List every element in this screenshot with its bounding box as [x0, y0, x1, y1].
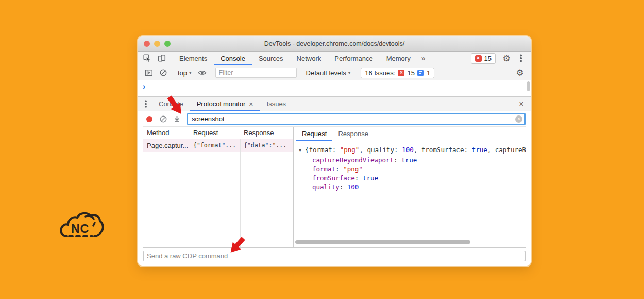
object-property: captureBeyondViewport: true — [299, 156, 526, 165]
record-icon — [146, 116, 152, 122]
issues-label: 16 Issues: — [365, 69, 395, 77]
window-titlebar: DevTools - developer.chrome.com/docs/dev… — [138, 36, 531, 52]
toggle-device-toolbar-button[interactable] — [155, 52, 169, 65]
filter-input[interactable] — [215, 68, 297, 78]
zoom-window-button[interactable] — [164, 41, 171, 47]
clear-console-button[interactable] — [156, 69, 171, 77]
log-levels-dropdown[interactable]: Default levels ▾ — [302, 69, 354, 77]
protocol-monitor-content: Method Request Response Page.captur... {… — [143, 126, 526, 247]
protocol-monitor-panel: × Method Request Response Page.captur...… — [138, 111, 531, 266]
object-property: format: "png" — [299, 164, 526, 174]
tab-elements[interactable]: Elements — [173, 52, 214, 65]
column-header-method[interactable]: Method — [143, 129, 190, 137]
object-property: quality: 100 — [299, 182, 526, 192]
main-menu-button[interactable] — [514, 57, 528, 59]
error-count-button[interactable]: × 15 — [471, 53, 496, 64]
issues-info-count: 1 — [427, 69, 430, 77]
inspect-element-button[interactable] — [140, 52, 155, 65]
drawer-menu-button[interactable] — [140, 97, 152, 111]
column-header-request[interactable]: Request — [190, 129, 240, 137]
main-tab-bar: Elements Console Sources Network Perform… — [138, 52, 531, 65]
detail-tab-request[interactable]: Request — [296, 127, 332, 141]
devtools-window: DevTools - developer.chrome.com/docs/dev… — [138, 36, 531, 266]
close-drawer-button[interactable]: × — [512, 97, 531, 111]
tab-memory[interactable]: Memory — [380, 52, 417, 65]
console-prompt-area[interactable]: › — [138, 80, 531, 97]
issue-badge-icon — [417, 70, 424, 76]
traffic-lights — [144, 41, 171, 47]
console-toolbar: top ▾ Default levels ▾ 16 Issues: × 15 1… — [138, 65, 531, 80]
console-settings-button[interactable]: ⚙ — [513, 69, 527, 77]
tab-performance[interactable]: Performance — [328, 52, 379, 65]
show-console-sidebar-button[interactable] — [142, 69, 156, 77]
kebab-menu-icon — [145, 103, 147, 105]
block-icon — [159, 69, 167, 77]
console-prompt-icon: › — [143, 82, 145, 91]
inspect-cursor-icon — [143, 54, 151, 62]
cloud-icon: NC — [58, 207, 106, 244]
nc-cloud-logo: NC — [58, 207, 106, 244]
error-badge-icon: × — [475, 55, 482, 62]
protocol-message-table: Method Request Response Page.captur... {… — [143, 127, 294, 247]
table-row[interactable]: Page.captur... {"format"... {"data":"... — [143, 139, 293, 152]
close-icon: × — [519, 99, 523, 109]
javascript-context-selector[interactable]: top ▾ — [174, 69, 195, 77]
tab-console[interactable]: Console — [214, 52, 252, 65]
chevron-down-icon: ▾ — [189, 70, 192, 75]
tab-network[interactable]: Network — [290, 52, 328, 65]
cell-response: {"data":"... — [240, 142, 293, 149]
request-object-tree: ▼{format: "png", quality: 100, fromSurfa… — [294, 141, 526, 247]
column-divider — [190, 127, 190, 247]
cell-method: Page.captur... — [143, 142, 190, 150]
close-window-button[interactable] — [144, 41, 150, 47]
chevron-double-right-icon: » — [421, 54, 426, 62]
error-count: 15 — [484, 55, 492, 62]
horizontal-scrollbar[interactable] — [295, 240, 470, 244]
logo-text: NC — [71, 222, 89, 236]
create-live-expression-button[interactable] — [195, 69, 210, 77]
drawer-tab-protocol-monitor[interactable]: Protocol monitor × — [190, 97, 260, 111]
kebab-menu-icon — [520, 57, 522, 59]
object-property: fromSurface: true — [299, 174, 526, 183]
close-tab-icon[interactable]: × — [249, 101, 253, 108]
cell-request: {"format"... — [190, 142, 240, 149]
search-field-wrap: × — [187, 113, 526, 125]
device-toolbar-icon — [158, 54, 166, 62]
page: { "page": { "background_color": "#F9A11B… — [0, 0, 644, 299]
object-preview-line[interactable]: ▼{format: "png", quality: 100, fromSurfa… — [299, 145, 526, 156]
chevron-down-icon: ▾ — [348, 70, 351, 75]
minimize-window-button[interactable] — [154, 41, 160, 47]
vertical-scrollbar[interactable] — [527, 81, 530, 91]
detail-tab-bar: Request Response — [294, 127, 526, 141]
cdp-command-row — [143, 247, 526, 266]
more-tabs-button[interactable]: » — [417, 52, 430, 65]
window-title: DevTools - developer.chrome.com/docs/dev… — [264, 40, 404, 47]
message-detail-pane: Request Response ▼{format: "png", qualit… — [294, 127, 526, 247]
clear-log-button[interactable] — [157, 115, 170, 123]
error-badge-icon: × — [398, 70, 404, 76]
sidebar-toggle-icon — [145, 69, 153, 77]
tab-sources[interactable]: Sources — [252, 52, 290, 65]
eye-icon — [198, 69, 207, 77]
issues-counter-button[interactable]: 16 Issues: × 15 1 — [361, 68, 434, 78]
issues-error-count: 15 — [407, 69, 414, 77]
protocol-search-input[interactable] — [187, 113, 526, 125]
tabbar-right-group: × 15 ⚙ — [471, 52, 528, 65]
block-icon — [159, 115, 167, 123]
cdp-command-input[interactable] — [143, 251, 526, 261]
separator — [171, 54, 171, 62]
column-divider — [240, 127, 241, 247]
settings-button[interactable]: ⚙ — [499, 54, 514, 63]
gear-icon: ⚙ — [502, 54, 510, 63]
record-button[interactable] — [143, 116, 157, 122]
detail-tab-response[interactable]: Response — [332, 127, 374, 141]
table-header-row: Method Request Response — [143, 127, 293, 139]
drawer-tab-issues[interactable]: Issues — [260, 97, 293, 111]
gear-icon: ⚙ — [516, 69, 523, 77]
disclosure-triangle-icon[interactable]: ▼ — [299, 146, 305, 155]
column-header-response[interactable]: Response — [240, 129, 293, 137]
drawer-tab-bar: Console Protocol monitor × Issues × — [138, 97, 531, 111]
clear-search-icon[interactable]: × — [515, 115, 522, 123]
protocol-monitor-toolbar: × — [143, 111, 526, 126]
